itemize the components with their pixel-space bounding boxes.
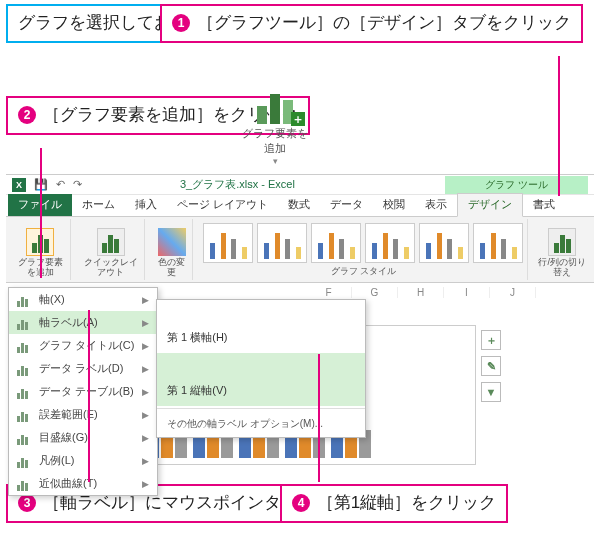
error-bars-icon [17, 408, 33, 422]
menu-chart-title[interactable]: グラフ タイトル(C) ▶ [9, 334, 157, 357]
tab-insert[interactable]: 挿入 [125, 194, 167, 216]
ribbon-tabs: ファイル ホーム 挿入 ページ レイアウト 数式 データ 校閲 表示 デザイン … [6, 195, 594, 217]
leader-line [318, 354, 320, 482]
style-thumb[interactable] [365, 223, 415, 263]
legend-icon [17, 454, 33, 468]
menu-gridlines[interactable]: 目盛線(G) ▶ [9, 426, 157, 449]
step-badge-3: 3 [18, 494, 36, 512]
menu-label: データ ラベル(D) [39, 361, 123, 376]
menu-label: 目盛線(G) [39, 430, 88, 445]
tab-design[interactable]: デザイン [457, 193, 523, 217]
submenu-more-options[interactable]: その他の軸ラベル オプション(M)... [157, 411, 365, 437]
chevron-right-icon: ▶ [142, 479, 149, 489]
chart-styles-gallery[interactable]: グラフ スタイル [199, 219, 528, 280]
style-thumb[interactable] [419, 223, 469, 263]
chevron-right-icon: ▶ [142, 387, 149, 397]
leader-line [88, 310, 90, 482]
chevron-right-icon: ▶ [142, 433, 149, 443]
excel-icon: X [12, 178, 26, 192]
style-thumb[interactable] [311, 223, 361, 263]
submenu-primary-horizontal[interactable]: 第 1 横軸(H) [157, 300, 365, 353]
change-colors-button[interactable]: 色の変更 [151, 219, 193, 280]
menu-label: データ テーブル(B) [39, 384, 134, 399]
style-thumb[interactable] [257, 223, 307, 263]
tab-page-layout[interactable]: ページ レイアウト [167, 194, 278, 216]
quick-access-toolbar: X 💾 ↶ ↷ 3_グラフ表.xlsx - Excel グラフ ツール [6, 175, 594, 195]
leader-line [558, 56, 560, 196]
chart-styles-button[interactable]: ✎ [481, 356, 501, 376]
menu-axes[interactable]: 軸(X) ▶ [9, 288, 157, 311]
chart-elements-button[interactable]: ＋ [481, 330, 501, 350]
step-badge-2: 2 [18, 106, 36, 124]
menu-data-labels[interactable]: データ ラベル(D) ▶ [9, 357, 157, 380]
callout-text: ［第1縦軸］をクリック [317, 493, 496, 512]
menu-error-bars[interactable]: 誤差範囲(E) ▶ [9, 403, 157, 426]
col-header[interactable]: I [444, 287, 490, 298]
chevron-right-icon: ▶ [142, 295, 149, 305]
excel-window: X 💾 ↶ ↷ 3_グラフ表.xlsx - Excel グラフ ツール ファイル… [6, 174, 594, 470]
plus-badge-icon: ＋ [291, 112, 305, 126]
vertical-axis-icon [167, 361, 195, 383]
column-headers: F G H I J [306, 287, 536, 298]
leader-line [40, 148, 42, 278]
group-label: グラフ スタイル [203, 265, 523, 278]
tab-format[interactable]: 書式 [523, 194, 565, 216]
qat-redo-icon[interactable]: ↷ [73, 178, 82, 191]
style-thumb[interactable] [473, 223, 523, 263]
data-table-icon [17, 385, 33, 399]
button-label: 色の変更 [155, 258, 188, 278]
tab-data[interactable]: データ [320, 194, 373, 216]
axis-labels-submenu: 第 1 横軸(H) 第 1 縦軸(V) その他の軸ラベル オプション(M)... [156, 299, 366, 438]
tab-formulas[interactable]: 数式 [278, 194, 320, 216]
chart-title-icon [17, 339, 33, 353]
tab-view[interactable]: 表示 [415, 194, 457, 216]
bar-chart-icon: ＋ [251, 90, 299, 124]
col-header[interactable]: F [306, 287, 352, 298]
quick-layout-button[interactable]: クイックレイアウト [77, 219, 145, 280]
chart-side-buttons: ＋ ✎ ▼ [481, 330, 501, 402]
tab-review[interactable]: 校閲 [373, 194, 415, 216]
menu-axis-labels[interactable]: 軸ラベル(A) ▶ [9, 311, 157, 334]
switch-icon [548, 228, 576, 256]
gridlines-icon [17, 431, 33, 445]
qat-undo-icon[interactable]: ↶ [56, 178, 65, 191]
layout-icon [97, 228, 125, 256]
add-element-dropdown: 軸(X) ▶ 軸ラベル(A) ▶ グラフ タイトル(C) ▶ データ ラベル(D… [8, 287, 158, 496]
chart-bar [285, 436, 297, 458]
style-thumb[interactable] [203, 223, 253, 263]
contextual-tab-group-label: グラフ ツール [445, 176, 588, 194]
chevron-right-icon: ▶ [142, 410, 149, 420]
menu-trendline[interactable]: 近似曲線(T) ▶ [9, 472, 157, 495]
step-badge-4: 4 [292, 494, 310, 512]
axes-icon [17, 293, 33, 307]
preview-label: グラフ要素を追加 [240, 126, 310, 156]
col-header[interactable]: J [490, 287, 536, 298]
menu-label: 軸(X) [39, 292, 65, 307]
switch-row-column-button[interactable]: 行/列の切り替え [534, 219, 590, 280]
button-label: クイックレイアウト [81, 258, 140, 278]
chevron-right-icon: ▶ [142, 318, 149, 328]
menu-data-table[interactable]: データ テーブル(B) ▶ [9, 380, 157, 403]
window-title: 3_グラフ表.xlsx - Excel [180, 177, 295, 192]
col-header[interactable]: H [398, 287, 444, 298]
menu-label: 凡例(L) [39, 453, 74, 468]
col-header[interactable]: G [352, 287, 398, 298]
chevron-right-icon: ▶ [142, 456, 149, 466]
menu-separator [157, 408, 365, 409]
style-thumbs [203, 223, 523, 263]
callout-step1: 1 ［グラフツール］の［デザイン］タブをクリック [160, 4, 583, 43]
menu-legend[interactable]: 凡例(L) ▶ [9, 449, 157, 472]
submenu-primary-vertical[interactable]: 第 1 縦軸(V) [157, 353, 365, 406]
chevron-right-icon: ▶ [142, 364, 149, 374]
ribbon: グラフ要素を追加 クイックレイアウト 色の変更 グラフ スタイル 行/列の切り替… [6, 217, 594, 283]
chevron-right-icon: ▶ [142, 341, 149, 351]
colors-icon [158, 228, 186, 256]
dropdown-arrow-icon: ▾ [240, 156, 310, 166]
chart-filters-button[interactable]: ▼ [481, 382, 501, 402]
button-label: 行/列の切り替え [538, 258, 586, 278]
callout-step4: 4 ［第1縦軸］をクリック [280, 484, 508, 523]
tab-home[interactable]: ホーム [72, 194, 125, 216]
submenu-label: 第 1 横軸(H) [167, 331, 228, 343]
data-label-icon [17, 362, 33, 376]
callout-text: ［グラフツール］の［デザイン］タブをクリック [197, 13, 571, 32]
